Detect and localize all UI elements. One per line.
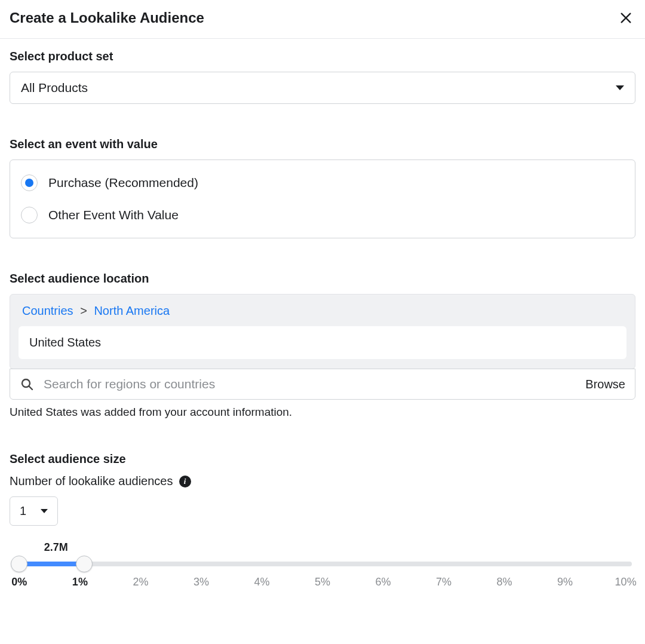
product-set-value: All Products — [21, 81, 88, 95]
event-radio-other-label: Other Event With Value — [48, 208, 179, 222]
slider-tick: 6% — [376, 576, 391, 588]
dialog-title: Create a Lookalike Audience — [10, 10, 204, 26]
browse-button[interactable]: Browse — [585, 378, 625, 391]
location-search-input[interactable] — [42, 376, 577, 392]
event-radio-other[interactable]: Other Event With Value — [21, 202, 624, 228]
location-selected-chip[interactable]: United States — [19, 326, 626, 359]
product-set-select[interactable]: All Products — [10, 72, 635, 104]
breadcrumb-region[interactable]: North America — [94, 304, 170, 317]
location-panel: Countries > North America United States — [10, 294, 635, 369]
slider-tick: 4% — [254, 576, 269, 588]
close-button[interactable] — [618, 10, 634, 26]
location-breadcrumb: Countries > North America — [19, 304, 626, 326]
slider-tick: 10% — [615, 576, 637, 588]
slider-tick: 2% — [133, 576, 148, 588]
radio-icon — [21, 207, 38, 223]
slider-tick: 7% — [436, 576, 452, 588]
size-subfield-row: Number of lookalike audiences i — [10, 474, 635, 488]
search-icon — [20, 377, 34, 391]
location-search-bar: Browse — [10, 369, 635, 400]
event-radio-purchase[interactable]: Purchase (Recommended) — [21, 170, 624, 196]
event-section-label: Select an event with value — [10, 137, 635, 151]
radio-icon — [21, 174, 38, 191]
location-section-label: Select audience location — [10, 272, 635, 286]
slider-tick-row: 0%1%2%3%4%5%6%7%8%9%10% — [13, 576, 632, 590]
audience-count-value: 1 — [20, 504, 26, 518]
dialog-header: Create a Lookalike Audience — [0, 0, 645, 39]
event-radio-group: Purchase (Recommended) Other Event With … — [10, 160, 635, 238]
slider-tick: 5% — [315, 576, 330, 588]
audience-count-select[interactable]: 1 — [10, 496, 58, 526]
size-section-label: Select audience size — [10, 452, 635, 466]
slider-tick: 1% — [72, 576, 88, 588]
chevron-down-icon — [616, 85, 624, 90]
slider-tick: 9% — [557, 576, 573, 588]
dialog-body: Select product set All Products Select a… — [0, 39, 645, 608]
chevron-down-icon — [41, 509, 48, 513]
event-radio-purchase-label: Purchase (Recommended) — [48, 176, 198, 190]
slider-tick: 0% — [11, 576, 27, 588]
svg-line-1 — [29, 387, 33, 390]
location-note: United States was added from your accoun… — [10, 406, 635, 419]
slider-tick: 3% — [194, 576, 209, 588]
size-slider: 2.7M 0%1%2%3%4%5%6%7%8%9%10% — [10, 544, 635, 590]
slider-track[interactable] — [13, 562, 632, 566]
close-icon — [619, 11, 632, 24]
product-set-label: Select product set — [10, 50, 635, 63]
breadcrumb-separator: > — [76, 304, 91, 317]
info-icon[interactable]: i — [179, 476, 191, 487]
slider-handle-end[interactable] — [76, 556, 93, 572]
breadcrumb-countries[interactable]: Countries — [22, 304, 73, 317]
slider-tick: 8% — [497, 576, 512, 588]
size-sub-label: Number of lookalike audiences — [10, 474, 173, 488]
slider-value-label: 2.7M — [44, 541, 68, 554]
slider-handle-start[interactable] — [11, 556, 27, 572]
location-selected-value: United States — [29, 336, 101, 349]
